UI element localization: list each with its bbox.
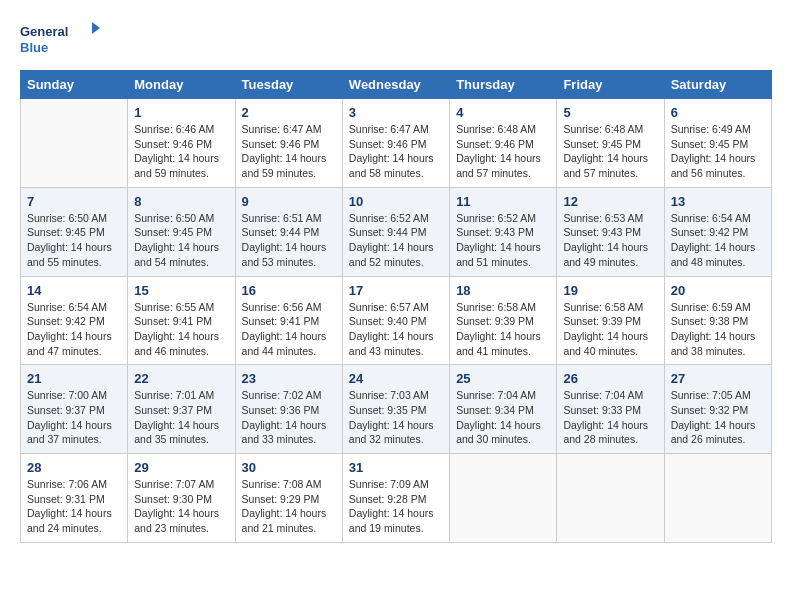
calendar-cell: 11Sunrise: 6:52 AM Sunset: 9:43 PM Dayli… xyxy=(450,187,557,276)
day-number: 5 xyxy=(563,105,657,120)
week-row-2: 7Sunrise: 6:50 AM Sunset: 9:45 PM Daylig… xyxy=(21,187,772,276)
day-number: 25 xyxy=(456,371,550,386)
calendar-cell: 16Sunrise: 6:56 AM Sunset: 9:41 PM Dayli… xyxy=(235,276,342,365)
week-row-5: 28Sunrise: 7:06 AM Sunset: 9:31 PM Dayli… xyxy=(21,454,772,543)
day-info: Sunrise: 6:54 AM Sunset: 9:42 PM Dayligh… xyxy=(27,300,121,359)
header-day-thursday: Thursday xyxy=(450,71,557,99)
day-info: Sunrise: 7:00 AM Sunset: 9:37 PM Dayligh… xyxy=(27,388,121,447)
calendar-cell: 29Sunrise: 7:07 AM Sunset: 9:30 PM Dayli… xyxy=(128,454,235,543)
calendar-cell: 26Sunrise: 7:04 AM Sunset: 9:33 PM Dayli… xyxy=(557,365,664,454)
svg-marker-2 xyxy=(92,22,100,34)
day-number: 9 xyxy=(242,194,336,209)
day-number: 29 xyxy=(134,460,228,475)
day-info: Sunrise: 6:47 AM Sunset: 9:46 PM Dayligh… xyxy=(242,122,336,181)
calendar-cell: 21Sunrise: 7:00 AM Sunset: 9:37 PM Dayli… xyxy=(21,365,128,454)
day-number: 18 xyxy=(456,283,550,298)
day-info: Sunrise: 7:09 AM Sunset: 9:28 PM Dayligh… xyxy=(349,477,443,536)
week-row-4: 21Sunrise: 7:00 AM Sunset: 9:37 PM Dayli… xyxy=(21,365,772,454)
week-row-1: 1Sunrise: 6:46 AM Sunset: 9:46 PM Daylig… xyxy=(21,99,772,188)
day-number: 6 xyxy=(671,105,765,120)
day-info: Sunrise: 7:08 AM Sunset: 9:29 PM Dayligh… xyxy=(242,477,336,536)
day-number: 11 xyxy=(456,194,550,209)
calendar-table: SundayMondayTuesdayWednesdayThursdayFrid… xyxy=(20,70,772,543)
day-number: 10 xyxy=(349,194,443,209)
header-day-tuesday: Tuesday xyxy=(235,71,342,99)
day-info: Sunrise: 7:06 AM Sunset: 9:31 PM Dayligh… xyxy=(27,477,121,536)
day-number: 19 xyxy=(563,283,657,298)
calendar-cell: 20Sunrise: 6:59 AM Sunset: 9:38 PM Dayli… xyxy=(664,276,771,365)
calendar-cell: 4Sunrise: 6:48 AM Sunset: 9:46 PM Daylig… xyxy=(450,99,557,188)
header-day-sunday: Sunday xyxy=(21,71,128,99)
day-number: 22 xyxy=(134,371,228,386)
calendar-cell: 13Sunrise: 6:54 AM Sunset: 9:42 PM Dayli… xyxy=(664,187,771,276)
day-info: Sunrise: 7:04 AM Sunset: 9:33 PM Dayligh… xyxy=(563,388,657,447)
day-info: Sunrise: 6:59 AM Sunset: 9:38 PM Dayligh… xyxy=(671,300,765,359)
day-info: Sunrise: 6:53 AM Sunset: 9:43 PM Dayligh… xyxy=(563,211,657,270)
day-info: Sunrise: 6:47 AM Sunset: 9:46 PM Dayligh… xyxy=(349,122,443,181)
day-info: Sunrise: 6:52 AM Sunset: 9:44 PM Dayligh… xyxy=(349,211,443,270)
calendar-cell: 30Sunrise: 7:08 AM Sunset: 9:29 PM Dayli… xyxy=(235,454,342,543)
calendar-cell: 9Sunrise: 6:51 AM Sunset: 9:44 PM Daylig… xyxy=(235,187,342,276)
week-row-3: 14Sunrise: 6:54 AM Sunset: 9:42 PM Dayli… xyxy=(21,276,772,365)
calendar-cell: 12Sunrise: 6:53 AM Sunset: 9:43 PM Dayli… xyxy=(557,187,664,276)
day-number: 15 xyxy=(134,283,228,298)
day-info: Sunrise: 6:51 AM Sunset: 9:44 PM Dayligh… xyxy=(242,211,336,270)
day-number: 2 xyxy=(242,105,336,120)
calendar-cell: 3Sunrise: 6:47 AM Sunset: 9:46 PM Daylig… xyxy=(342,99,449,188)
day-number: 21 xyxy=(27,371,121,386)
calendar-cell: 7Sunrise: 6:50 AM Sunset: 9:45 PM Daylig… xyxy=(21,187,128,276)
page-header: General Blue xyxy=(20,20,772,60)
calendar-cell xyxy=(450,454,557,543)
day-number: 17 xyxy=(349,283,443,298)
calendar-cell: 1Sunrise: 6:46 AM Sunset: 9:46 PM Daylig… xyxy=(128,99,235,188)
header-row: SundayMondayTuesdayWednesdayThursdayFrid… xyxy=(21,71,772,99)
calendar-cell xyxy=(664,454,771,543)
day-info: Sunrise: 6:46 AM Sunset: 9:46 PM Dayligh… xyxy=(134,122,228,181)
day-info: Sunrise: 7:03 AM Sunset: 9:35 PM Dayligh… xyxy=(349,388,443,447)
header-day-saturday: Saturday xyxy=(664,71,771,99)
header-day-friday: Friday xyxy=(557,71,664,99)
header-day-monday: Monday xyxy=(128,71,235,99)
calendar-cell: 2Sunrise: 6:47 AM Sunset: 9:46 PM Daylig… xyxy=(235,99,342,188)
day-info: Sunrise: 6:48 AM Sunset: 9:45 PM Dayligh… xyxy=(563,122,657,181)
calendar-cell: 15Sunrise: 6:55 AM Sunset: 9:41 PM Dayli… xyxy=(128,276,235,365)
logo: General Blue xyxy=(20,20,100,60)
calendar-cell: 31Sunrise: 7:09 AM Sunset: 9:28 PM Dayli… xyxy=(342,454,449,543)
calendar-cell: 22Sunrise: 7:01 AM Sunset: 9:37 PM Dayli… xyxy=(128,365,235,454)
calendar-cell: 10Sunrise: 6:52 AM Sunset: 9:44 PM Dayli… xyxy=(342,187,449,276)
calendar-cell: 18Sunrise: 6:58 AM Sunset: 9:39 PM Dayli… xyxy=(450,276,557,365)
day-info: Sunrise: 6:48 AM Sunset: 9:46 PM Dayligh… xyxy=(456,122,550,181)
day-number: 8 xyxy=(134,194,228,209)
day-info: Sunrise: 7:05 AM Sunset: 9:32 PM Dayligh… xyxy=(671,388,765,447)
calendar-cell: 6Sunrise: 6:49 AM Sunset: 9:45 PM Daylig… xyxy=(664,99,771,188)
day-info: Sunrise: 6:58 AM Sunset: 9:39 PM Dayligh… xyxy=(563,300,657,359)
day-info: Sunrise: 6:52 AM Sunset: 9:43 PM Dayligh… xyxy=(456,211,550,270)
calendar-cell: 8Sunrise: 6:50 AM Sunset: 9:45 PM Daylig… xyxy=(128,187,235,276)
day-info: Sunrise: 7:07 AM Sunset: 9:30 PM Dayligh… xyxy=(134,477,228,536)
header-day-wednesday: Wednesday xyxy=(342,71,449,99)
day-info: Sunrise: 6:55 AM Sunset: 9:41 PM Dayligh… xyxy=(134,300,228,359)
day-number: 26 xyxy=(563,371,657,386)
day-info: Sunrise: 6:57 AM Sunset: 9:40 PM Dayligh… xyxy=(349,300,443,359)
day-info: Sunrise: 6:49 AM Sunset: 9:45 PM Dayligh… xyxy=(671,122,765,181)
day-number: 1 xyxy=(134,105,228,120)
calendar-cell xyxy=(21,99,128,188)
calendar-cell: 14Sunrise: 6:54 AM Sunset: 9:42 PM Dayli… xyxy=(21,276,128,365)
day-info: Sunrise: 6:56 AM Sunset: 9:41 PM Dayligh… xyxy=(242,300,336,359)
calendar-cell: 24Sunrise: 7:03 AM Sunset: 9:35 PM Dayli… xyxy=(342,365,449,454)
day-number: 12 xyxy=(563,194,657,209)
day-number: 27 xyxy=(671,371,765,386)
calendar-cell: 23Sunrise: 7:02 AM Sunset: 9:36 PM Dayli… xyxy=(235,365,342,454)
day-number: 3 xyxy=(349,105,443,120)
calendar-cell xyxy=(557,454,664,543)
day-number: 30 xyxy=(242,460,336,475)
day-number: 13 xyxy=(671,194,765,209)
calendar-cell: 19Sunrise: 6:58 AM Sunset: 9:39 PM Dayli… xyxy=(557,276,664,365)
day-number: 4 xyxy=(456,105,550,120)
day-number: 24 xyxy=(349,371,443,386)
day-info: Sunrise: 7:01 AM Sunset: 9:37 PM Dayligh… xyxy=(134,388,228,447)
day-number: 7 xyxy=(27,194,121,209)
calendar-cell: 25Sunrise: 7:04 AM Sunset: 9:34 PM Dayli… xyxy=(450,365,557,454)
day-info: Sunrise: 6:50 AM Sunset: 9:45 PM Dayligh… xyxy=(134,211,228,270)
svg-text:General: General xyxy=(20,24,68,39)
